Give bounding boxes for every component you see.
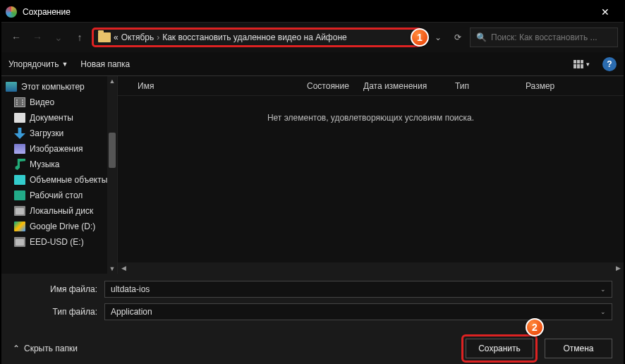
recent-dropdown[interactable]: ⌄ [49,28,68,47]
content-body: Этот компьютер ВидеоДокументыЗагрузкиИзо… [1,76,624,274]
tree-item[interactable]: Локальный диск [4,203,117,219]
tree-item-icon [14,222,25,231]
tree-item-icon [14,190,25,200]
breadcrumb-sep: › [157,32,159,42]
search-placeholder: Поиск: Как восстановить ... [491,32,597,42]
tree-item[interactable]: Музыка [4,157,117,172]
forward-button[interactable]: → [28,28,47,47]
tree-item-icon [14,144,25,154]
tree-item-icon [14,113,25,123]
tree-item-label: Google Drive (D:) [30,222,95,231]
tree-item[interactable]: EED-USD (E:) [4,234,117,250]
filetype-label: Тип файла: [13,307,104,317]
scroll-thumb[interactable] [109,133,116,168]
horizontal-scrollbar[interactable]: ◀ ▶ [118,262,624,274]
tree-item[interactable]: Google Drive (D:) [4,219,117,234]
app-icon [6,6,17,18]
chevron-down-icon: ⌄ [600,286,606,293]
dialog-footer: ⌃ Скрыть папки Сохранить 2 Отмена [1,329,624,364]
tree-item-label: Объемные объекты [30,175,107,185]
new-folder-button[interactable]: Новая папка [80,59,130,69]
save-highlight: Сохранить 2 [461,334,538,363]
tree-item[interactable]: Видео [4,95,117,110]
tree-item-label: Локальный диск [30,206,93,216]
hide-folders-label: Скрыть папки [24,344,78,353]
save-button[interactable]: Сохранить [466,339,533,358]
nav-row: ← → ⌄ ↑ « Октябрь › Как восстановить уда… [1,23,624,52]
breadcrumb-prefix: « [114,32,119,42]
tree-item-icon [14,206,25,216]
search-input[interactable]: 🔍 Поиск: Как восстановить ... [470,28,618,47]
save-dialog: Сохранение ✕ ← → ⌄ ↑ « Октябрь › Как вос… [0,0,625,364]
col-state[interactable]: Состояние [301,81,358,91]
view-button[interactable]: ▾ [574,60,590,68]
tree-item-icon [14,159,25,170]
address-bar[interactable]: « Октябрь › Как восстановить удаленное в… [92,28,422,47]
col-name[interactable]: Имя [132,81,301,91]
chevron-down-icon: ⌄ [600,308,606,315]
col-type[interactable]: Тип [449,81,520,91]
folder-tree: Этот компьютер ВидеоДокументыЗагрузкиИзо… [1,76,117,253]
tree-item-label: EED-USD (E:) [30,237,84,247]
breadcrumb-item[interactable]: Октябрь [121,32,154,42]
tree-item-icon [14,128,25,139]
tree-item-label: Документы [30,113,73,123]
close-button[interactable]: ✕ [591,2,619,22]
tree-item[interactable]: Рабочий стол [4,188,117,203]
filename-label: Имя файла: [13,284,104,294]
tree-item[interactable]: Загрузки [4,126,117,141]
scroll-left-icon[interactable]: ◀ [118,262,129,274]
caret-up-icon: ⌃ [13,344,20,353]
search-icon: 🔍 [476,32,487,42]
tree-this-pc[interactable]: Этот компьютер [4,79,117,95]
title-bar: Сохранение ✕ [1,1,624,23]
back-button[interactable]: ← [7,28,25,47]
toolbar: Упорядочить▼ Новая папка ▾ ? [1,52,624,76]
tree-item-icon [14,237,25,247]
tree-item[interactable]: Документы [4,110,117,126]
tree-item-icon [14,97,25,107]
tree-item-label: Рабочий стол [30,190,83,200]
scroll-down-icon[interactable]: ▼ [107,264,117,274]
window-title: Сохранение [23,7,71,17]
hide-folders-button[interactable]: ⌃ Скрыть папки [13,344,78,353]
empty-message: Нет элементов, удовлетворяющих условиям … [118,96,624,262]
pc-icon [6,82,17,92]
sidebar-scrollbar[interactable]: ▲ ▼ [107,76,117,274]
cancel-button[interactable]: Отмена [545,339,612,358]
column-headers: Имя Состояние Дата изменения Тип Размер [118,76,624,96]
tree-item-label: Загрузки [30,128,63,138]
organize-button[interactable]: Упорядочить▼ [8,59,68,69]
filetype-value: Application [111,307,152,317]
help-button[interactable]: ? [602,57,617,71]
filename-input[interactable]: ultdata-ios ⌄ [104,281,612,298]
refresh-button[interactable]: ⟳ [449,28,467,47]
annotation-marker-2: 2 [526,318,544,336]
folder-icon [98,32,111,42]
breadcrumb-item[interactable]: Как восстановить удаленное видео на Айфо… [162,32,347,42]
col-size[interactable]: Размер [520,81,569,91]
up-button[interactable]: ↑ [71,28,89,47]
tree-item[interactable]: Объемные объекты [4,172,117,188]
col-date[interactable]: Дата изменения [358,81,449,91]
tree-item-icon [14,175,25,185]
tree-item-label: Изображения [30,144,83,154]
annotation-marker-1: 1 [411,28,429,47]
scroll-right-icon[interactable]: ▶ [612,262,624,274]
tree-label: Этот компьютер [21,82,85,92]
tree-item-label: Видео [30,97,54,107]
sidebar: Этот компьютер ВидеоДокументыЗагрузкиИзо… [1,76,118,274]
tree-item[interactable]: Изображения [4,141,117,157]
file-list-pane: Имя Состояние Дата изменения Тип Размер … [118,76,624,274]
filename-value: ultdata-ios [111,284,150,294]
scroll-up-icon[interactable]: ▲ [107,76,117,86]
tree-item-label: Музыка [30,159,59,169]
address-dropdown[interactable]: ⌄ [429,28,447,47]
